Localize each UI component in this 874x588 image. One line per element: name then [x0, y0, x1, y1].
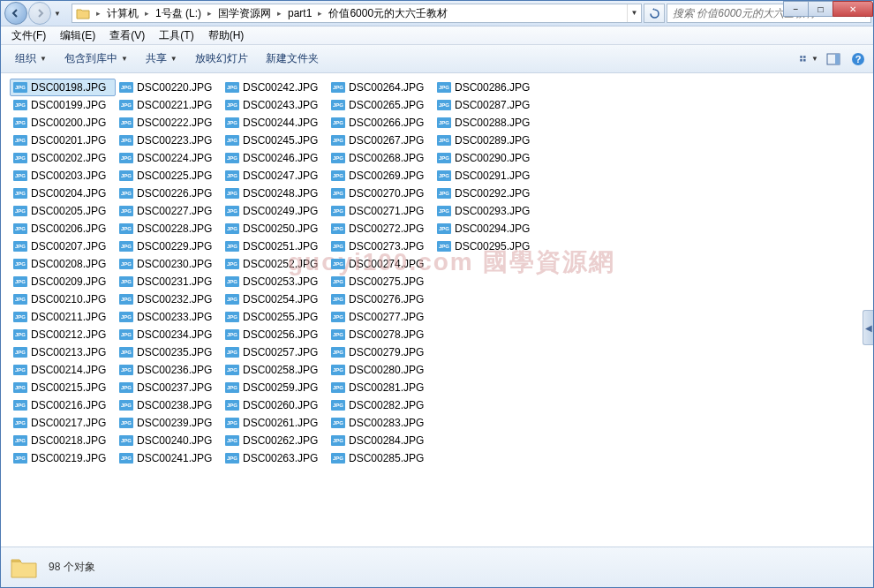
file-item[interactable]: DSC00268.JPG: [328, 149, 433, 167]
chevron-right-icon[interactable]: ▸: [205, 9, 215, 18]
file-item[interactable]: DSC00235.JPG: [116, 343, 222, 361]
file-item[interactable]: DSC00221.JPG: [116, 96, 222, 114]
file-item[interactable]: DSC00200.JPG: [10, 114, 116, 132]
crumb-folder-1[interactable]: 国学资源网: [215, 4, 275, 22]
file-item[interactable]: DSC00240.JPG: [116, 432, 222, 449]
file-item[interactable]: DSC00233.JPG: [116, 308, 222, 326]
file-item[interactable]: DSC00286.JPG: [433, 79, 539, 96]
file-item[interactable]: DSC00248.JPG: [222, 185, 328, 202]
file-item[interactable]: DSC00212.JPG: [10, 326, 116, 343]
file-item[interactable]: DSC00285.JPG: [328, 449, 433, 467]
file-item[interactable]: DSC00244.JPG: [222, 114, 328, 132]
file-item[interactable]: DSC00238.JPG: [116, 396, 222, 414]
file-item[interactable]: DSC00273.JPG: [328, 237, 433, 255]
file-item[interactable]: DSC00250.JPG: [222, 220, 328, 237]
maximize-button[interactable]: □: [808, 1, 833, 17]
file-item[interactable]: DSC00227.JPG: [116, 202, 222, 220]
refresh-button[interactable]: [644, 4, 665, 23]
crumb-folder-2[interactable]: part1: [284, 4, 315, 22]
file-item[interactable]: DSC00276.JPG: [328, 290, 433, 308]
file-item[interactable]: DSC00260.JPG: [222, 396, 328, 414]
file-item[interactable]: DSC00217.JPG: [10, 414, 116, 432]
file-item[interactable]: DSC00204.JPG: [10, 185, 116, 202]
file-item[interactable]: DSC00223.JPG: [116, 132, 222, 149]
file-item[interactable]: DSC00242.JPG: [222, 79, 328, 96]
file-item[interactable]: DSC00236.JPG: [116, 361, 222, 379]
file-item[interactable]: DSC00287.JPG: [433, 96, 539, 114]
file-item[interactable]: DSC00269.JPG: [328, 167, 433, 185]
file-item[interactable]: DSC00210.JPG: [10, 290, 116, 308]
include-library-button[interactable]: 包含到库中▼: [56, 48, 137, 70]
nav-history-dropdown[interactable]: ▼: [52, 4, 63, 22]
close-button[interactable]: ✕: [833, 1, 873, 17]
chevron-right-icon[interactable]: ▸: [275, 9, 284, 18]
chevron-right-icon[interactable]: ▸: [94, 9, 103, 18]
file-item[interactable]: DSC00284.JPG: [328, 432, 433, 449]
file-item[interactable]: DSC00222.JPG: [116, 114, 222, 132]
file-item[interactable]: DSC00225.JPG: [116, 167, 222, 185]
menu-tools[interactable]: 工具(T): [152, 26, 200, 45]
file-item[interactable]: DSC00256.JPG: [222, 326, 328, 343]
file-item[interactable]: DSC00264.JPG: [328, 79, 433, 96]
file-item[interactable]: DSC00229.JPG: [116, 237, 222, 255]
file-item[interactable]: DSC00228.JPG: [116, 220, 222, 237]
share-button[interactable]: 共享▼: [137, 48, 186, 70]
preview-pane-button[interactable]: [824, 49, 843, 69]
file-item[interactable]: DSC00277.JPG: [328, 308, 433, 326]
file-item[interactable]: DSC00211.JPG: [10, 308, 116, 326]
file-item[interactable]: DSC00295.JPG: [433, 237, 539, 255]
file-item[interactable]: DSC00245.JPG: [222, 132, 328, 149]
file-item[interactable]: DSC00234.JPG: [116, 326, 222, 343]
file-item[interactable]: DSC00201.JPG: [10, 132, 116, 149]
file-item[interactable]: DSC00218.JPG: [10, 432, 116, 449]
help-button[interactable]: ?: [848, 49, 868, 69]
file-item[interactable]: DSC00281.JPG: [328, 379, 433, 396]
file-item[interactable]: DSC00237.JPG: [116, 379, 222, 396]
file-item[interactable]: DSC00203.JPG: [10, 167, 116, 185]
file-item[interactable]: DSC00254.JPG: [222, 290, 328, 308]
file-item[interactable]: DSC00207.JPG: [10, 237, 116, 255]
file-item[interactable]: DSC00231.JPG: [116, 273, 222, 290]
minimize-button[interactable]: −: [783, 1, 809, 17]
file-item[interactable]: DSC00220.JPG: [116, 79, 222, 96]
menu-view[interactable]: 查看(V): [102, 26, 152, 45]
file-item[interactable]: DSC00274.JPG: [328, 255, 433, 273]
file-item[interactable]: DSC00255.JPG: [222, 308, 328, 326]
preview-pane-handle[interactable]: ◀: [863, 310, 873, 345]
address-bar[interactable]: ▸ 计算机 ▸ 1号盘 (L:) ▸ 国学资源网 ▸ part1 ▸ 价值600…: [72, 4, 642, 23]
file-item[interactable]: DSC00219.JPG: [10, 449, 116, 467]
file-item[interactable]: DSC00283.JPG: [328, 414, 433, 432]
file-item[interactable]: DSC00208.JPG: [10, 255, 116, 273]
crumb-drive[interactable]: 1号盘 (L:): [152, 4, 205, 22]
forward-button[interactable]: [28, 2, 51, 25]
file-item[interactable]: DSC00224.JPG: [116, 149, 222, 167]
file-item[interactable]: DSC00289.JPG: [433, 132, 539, 149]
file-item[interactable]: DSC00251.JPG: [222, 237, 328, 255]
file-item[interactable]: DSC00202.JPG: [10, 149, 116, 167]
file-item[interactable]: DSC00263.JPG: [222, 449, 328, 467]
file-item[interactable]: DSC00292.JPG: [433, 185, 539, 202]
file-item[interactable]: DSC00267.JPG: [328, 132, 433, 149]
crumb-computer[interactable]: 计算机: [103, 4, 142, 22]
file-item[interactable]: DSC00293.JPG: [433, 202, 539, 220]
file-item[interactable]: DSC00280.JPG: [328, 361, 433, 379]
menu-help[interactable]: 帮助(H): [201, 26, 252, 45]
file-item[interactable]: DSC00253.JPG: [222, 273, 328, 290]
file-item[interactable]: DSC00279.JPG: [328, 343, 433, 361]
file-item[interactable]: DSC00232.JPG: [116, 290, 222, 308]
file-item[interactable]: DSC00266.JPG: [328, 114, 433, 132]
file-item[interactable]: DSC00259.JPG: [222, 379, 328, 396]
file-item[interactable]: DSC00247.JPG: [222, 167, 328, 185]
file-item[interactable]: DSC00270.JPG: [328, 185, 433, 202]
chevron-right-icon[interactable]: ▸: [315, 9, 325, 18]
file-item[interactable]: DSC00275.JPG: [328, 273, 433, 290]
organize-button[interactable]: 组织▼: [6, 48, 56, 70]
file-item[interactable]: DSC00213.JPG: [10, 343, 116, 361]
file-list-area[interactable]: guoyi100.com 國學資源網 DSC00198.JPGDSC00199.…: [1, 73, 873, 547]
file-item[interactable]: DSC00257.JPG: [222, 343, 328, 361]
file-item[interactable]: DSC00198.JPG: [10, 79, 116, 96]
file-item[interactable]: DSC00230.JPG: [116, 255, 222, 273]
file-item[interactable]: DSC00265.JPG: [328, 96, 433, 114]
crumb-folder-3[interactable]: 价值6000元的大六壬教材: [325, 4, 451, 22]
file-item[interactable]: DSC00206.JPG: [10, 220, 116, 237]
